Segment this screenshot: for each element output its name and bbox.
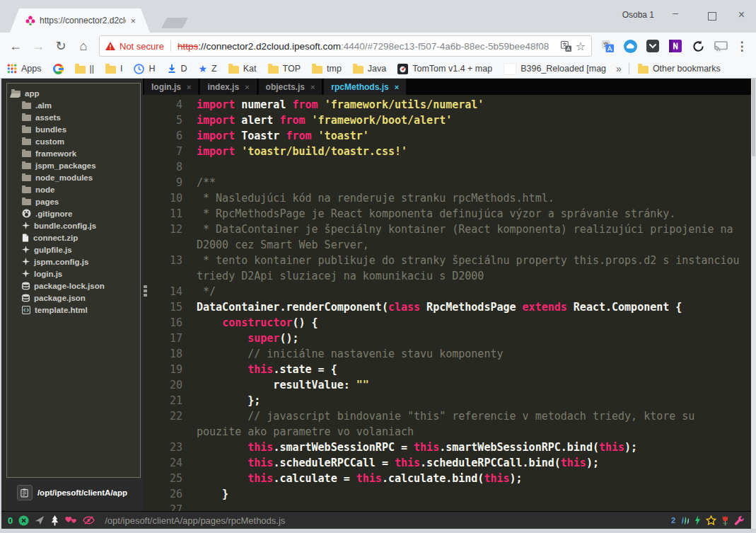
code-line[interactable]: 26 }: [143, 486, 751, 502]
tree-file-package.json[interactable]: package.json: [7, 292, 140, 304]
editor-tab-login.js[interactable]: login.js×: [144, 79, 198, 95]
code-line[interactable]: 10 * Nasledujúci kód na renderuje strank…: [143, 190, 751, 206]
code-line[interactable]: 7import 'toastr/build/toastr.css!': [143, 144, 751, 159]
code-line[interactable]: 19 this.state = {: [143, 362, 751, 377]
editor-tab-close-icon[interactable]: ×: [395, 83, 399, 91]
tree-file-jspm.config.js[interactable]: jspm.config.js: [7, 256, 140, 268]
scrollbar-thumb[interactable]: [752, 79, 755, 156]
clipboard-icon[interactable]: [17, 485, 33, 500]
url-text[interactable]: https://connector2.d2cloud.ipesoft.com:4…: [178, 41, 557, 52]
onenote-extension-icon[interactable]: [665, 40, 685, 52]
bookmark-item[interactable]: B396_Reloaded [mag: [504, 63, 606, 75]
maximize-button[interactable]: [708, 12, 716, 21]
project-root-footer[interactable]: /opt/ipesoft/clientA/app: [1, 485, 143, 500]
code-line[interactable]: 9/**: [143, 175, 751, 190]
translate-page-icon[interactable]: [561, 41, 571, 52]
tree-folder-jspm_packages[interactable]: jspm_packages: [7, 159, 140, 171]
tree-file-template.html[interactable]: template.html: [7, 304, 140, 316]
cloud-extension-icon[interactable]: [620, 40, 640, 53]
bookmark-item[interactable]: [53, 64, 64, 74]
page-scrollbar[interactable]: [751, 79, 756, 529]
bookmark-item[interactable]: TomTom v1.4 + map: [397, 64, 492, 74]
bookmark-item[interactable]: ★Z: [199, 64, 217, 74]
address-bar[interactable]: Not secure https://connector2.d2cloud.ip…: [99, 35, 592, 57]
code-line[interactable]: 25 this.calculate = this.calculate.bind(…: [143, 471, 751, 486]
tree-file-bundle.config.js[interactable]: bundle.config.js: [7, 219, 140, 231]
profile-name[interactable]: Osoba 1: [622, 10, 654, 20]
editor-tab-close-icon[interactable]: ×: [245, 83, 249, 91]
bookmark-item[interactable]: Kat: [228, 64, 257, 74]
back-icon[interactable]: ←: [6, 39, 25, 54]
editor-tab-rpcMethods.js[interactable]: rpcMethods.js×: [324, 79, 406, 95]
new-tab-button[interactable]: [161, 18, 188, 28]
wrench-icon[interactable]: [734, 515, 745, 526]
paper-plane-icon[interactable]: [35, 515, 45, 525]
code-line[interactable]: 13 * tento kontainer publikuje do strank…: [143, 253, 751, 268]
bookmark-item[interactable]: Java: [353, 64, 386, 74]
close-button[interactable]: ×: [738, 8, 745, 21]
minimize-button[interactable]: –: [673, 7, 678, 18]
star-badge-icon[interactable]: [706, 515, 716, 526]
tree-folder-pages[interactable]: pages: [7, 195, 140, 207]
tab-close-icon[interactable]: ×: [130, 16, 136, 26]
bookmark-item[interactable]: ||: [75, 64, 95, 74]
code-line[interactable]: 4import numeral from 'framework/utils/nu…: [143, 97, 751, 113]
leaf-flame-icon[interactable]: [680, 515, 690, 526]
tree-folder-node_modules[interactable]: node_modules: [7, 171, 140, 183]
code-line[interactable]: pouzite ako parametre vo volaniach: [143, 424, 751, 440]
tree-file-login.js[interactable]: login.js: [7, 268, 140, 280]
code-line[interactable]: 22 // javascript bindovanie "this" refer…: [143, 408, 751, 424]
home-icon[interactable]: ⌂: [74, 39, 93, 54]
code-line[interactable]: 17 super();: [143, 331, 751, 346]
tree-folder-assets[interactable]: assets: [7, 111, 140, 123]
editor-tab-index.js[interactable]: index.js×: [200, 79, 256, 95]
code-line[interactable]: 11 * RpcMethodsPage je React komponenta …: [143, 206, 751, 222]
code-line[interactable]: 8: [143, 159, 751, 175]
circle-x-icon[interactable]: [18, 515, 29, 526]
hearts-icon[interactable]: [65, 516, 77, 525]
bookmark-star-icon[interactable]: ☆: [576, 40, 586, 53]
code-line[interactable]: 6import Toastr from 'toastr': [143, 128, 751, 144]
tree-folder-.alm[interactable]: .alm: [7, 99, 140, 111]
code-line[interactable]: D2000 cez Smart Web Server,: [143, 237, 751, 253]
code-line[interactable]: 14 */: [143, 284, 751, 299]
code-line[interactable]: 18 // iniciálne nastavenie stavu kompone…: [143, 346, 751, 362]
security-label[interactable]: Not secure: [120, 41, 164, 52]
browser-menu-icon[interactable]: ⋮: [733, 39, 750, 54]
editor-tab-objects.js[interactable]: objects.js×: [259, 79, 322, 95]
tree-file-connect.zip[interactable]: connect.zip: [7, 231, 140, 243]
code-area[interactable]: 4import numeral from 'framework/utils/nu…: [143, 95, 751, 529]
cast-extension-icon[interactable]: [711, 41, 731, 52]
sidebar-resize-handle[interactable]: [144, 285, 147, 298]
reload-icon[interactable]: ↻: [51, 38, 71, 54]
tree-file-.gitignore[interactable]: .gitignore: [7, 207, 140, 219]
code-line[interactable]: 20 resultValue: "": [143, 377, 751, 393]
code-line[interactable]: 16 constructor() {: [143, 315, 751, 331]
pine-tree-icon[interactable]: [50, 515, 59, 526]
browser-tab[interactable]: https://connector2.d2clou ×: [10, 8, 150, 33]
tree-folder-node[interactable]: node: [7, 183, 140, 195]
tree-folder-bundles[interactable]: bundles: [7, 123, 140, 135]
bookmark-item[interactable]: H: [134, 64, 155, 74]
forward-icon[interactable]: →: [28, 39, 48, 54]
tree-file-gulpfile.js[interactable]: gulpfile.js: [7, 243, 140, 256]
bookmark-item[interactable]: I: [105, 64, 122, 74]
other-bookmarks-button[interactable]: Other bookmarks: [638, 64, 721, 74]
lightning-icon[interactable]: [694, 515, 701, 525]
code-line[interactable]: 5import alert from 'framework/boot/alert…: [143, 113, 751, 128]
translate-extension-icon[interactable]: [598, 40, 617, 52]
code-line[interactable]: triedy D2Api sluziacej na komunikaciu s …: [143, 268, 751, 284]
editor-tab-close-icon[interactable]: ×: [310, 83, 315, 91]
bookmarks-overflow-icon[interactable]: »: [616, 63, 622, 74]
bookmark-item[interactable]: D: [167, 64, 187, 74]
tree-folder-framework[interactable]: framework: [7, 147, 140, 159]
bookmark-item[interactable]: tmp: [312, 64, 342, 74]
code-line[interactable]: 24 this.scheduleRPCCall = this.scheduleR…: [143, 455, 751, 471]
code-line[interactable]: 23 this.smartWebSessionRPC = this.smartW…: [143, 440, 751, 455]
tree-root-folder[interactable]: app: [7, 87, 140, 99]
pocket-extension-icon[interactable]: [643, 40, 663, 52]
tulip-icon[interactable]: [721, 515, 729, 526]
bookmark-item[interactable]: Apps: [7, 64, 42, 74]
tree-file-package-lock.json[interactable]: package-lock.json: [7, 280, 140, 292]
sync-extension-icon[interactable]: [688, 40, 708, 52]
